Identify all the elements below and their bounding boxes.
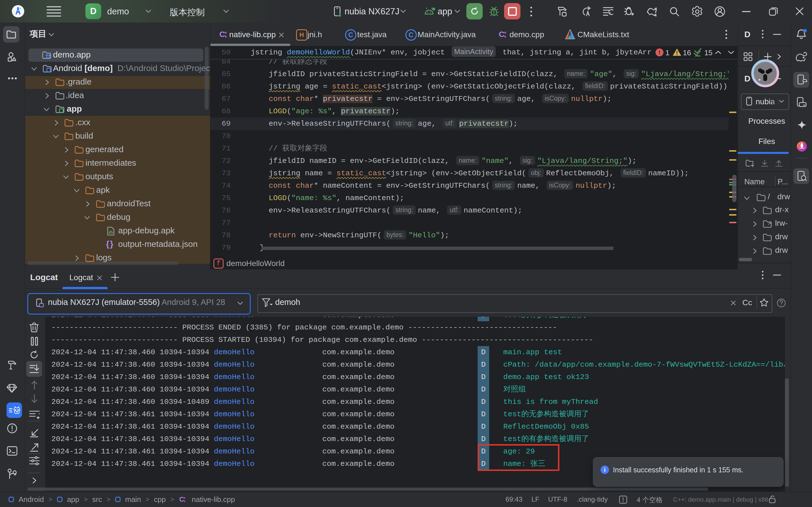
svg-text:+: +	[183, 499, 186, 503]
